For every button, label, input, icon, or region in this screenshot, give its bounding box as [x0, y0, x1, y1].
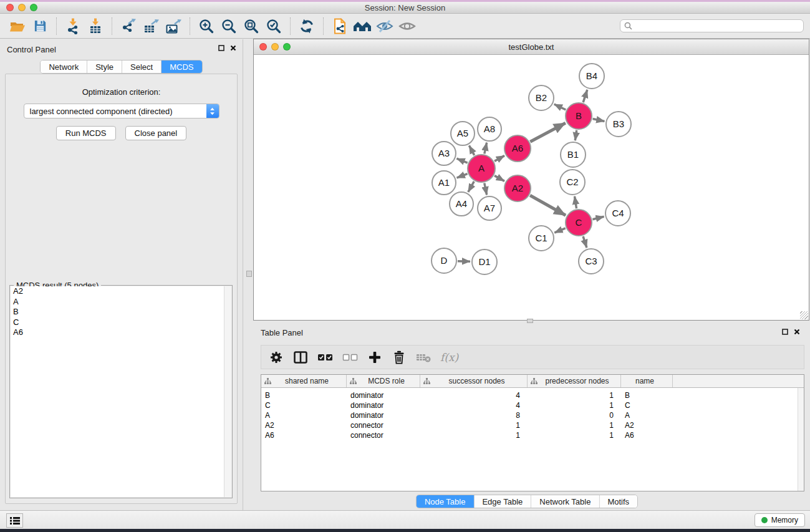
graph-node-C2[interactable]: C2	[560, 170, 585, 195]
graph-edge-A-A6[interactable]	[494, 156, 504, 162]
apply-layout-button[interactable]	[296, 16, 318, 36]
graph-edge-B-B3[interactable]	[593, 119, 605, 122]
open-session-button[interactable]	[6, 16, 29, 36]
float-panel-icon[interactable]	[218, 45, 224, 51]
graph-edge-C-C3[interactable]	[583, 236, 587, 248]
show-columns-button[interactable]	[293, 349, 308, 365]
graph-edge-A-A1[interactable]	[457, 174, 468, 178]
graph-edge-A6-B[interactable]	[530, 123, 565, 142]
delete-columns-button[interactable]	[392, 349, 407, 365]
graph-edge-A-A2[interactable]	[494, 176, 504, 181]
search-field[interactable]	[620, 19, 804, 32]
tab-motifs[interactable]: Motifs	[599, 495, 637, 508]
network-from-file-button[interactable]	[329, 16, 351, 36]
mcds-result-item[interactable]: A	[11, 297, 231, 307]
optimization-criterion-select[interactable]: largest connected component (directed)	[24, 104, 219, 118]
zoom-out-button[interactable]	[218, 16, 240, 36]
show-all-button[interactable]	[396, 16, 418, 36]
mcds-result-item[interactable]: A6	[11, 327, 231, 338]
graph-edge-A-A3[interactable]	[456, 158, 467, 163]
graph-node-A8[interactable]: A8	[478, 117, 501, 141]
graph-node-B1[interactable]: B1	[561, 142, 586, 167]
export-table-button[interactable]	[140, 16, 162, 36]
graph-node-B3[interactable]: B3	[606, 112, 631, 137]
graph-node-A6[interactable]: A6	[504, 135, 531, 162]
graph-edge-A-A8[interactable]	[485, 143, 487, 154]
hide-selected-button[interactable]	[374, 16, 396, 36]
graph-node-D[interactable]: D	[432, 248, 456, 273]
tab-mcds[interactable]: MCDS	[162, 60, 201, 73]
graph-edge-C-C2[interactable]	[574, 196, 576, 209]
create-column-button[interactable]	[367, 349, 382, 365]
graph-node-C[interactable]: C	[566, 210, 592, 236]
mcds-result-item[interactable]: A2	[11, 286, 231, 297]
graph-node-B2[interactable]: B2	[529, 85, 554, 110]
graph-edge-C-C4[interactable]	[592, 216, 604, 219]
close-table-panel-icon[interactable]	[794, 329, 800, 335]
result-list-scrollbar[interactable]	[224, 286, 231, 497]
graph-edge-D-D1[interactable]	[458, 261, 470, 262]
tab-node-table[interactable]: Node Table	[417, 495, 475, 508]
window-resize-grip[interactable]	[800, 311, 808, 319]
delete-table-button[interactable]	[416, 349, 431, 365]
mcds-result-item[interactable]: B	[11, 307, 231, 317]
graph-edge-B-B1[interactable]	[575, 130, 576, 140]
table-row[interactable]: A6connector11A6	[261, 430, 804, 440]
column-header-predecessor-nodes[interactable]: predecessor nodes	[528, 375, 621, 387]
table-row[interactable]: Bdominator41B	[261, 390, 804, 400]
network-canvas[interactable]: B4B2BB3A5A8A6A3B1AA1C2A2A4A7CC4C1C3DD1	[254, 56, 809, 320]
run-mcds-button[interactable]: Run MCDS	[56, 126, 116, 140]
close-panel-icon[interactable]	[230, 45, 236, 51]
tab-network-table[interactable]: Network Table	[531, 495, 599, 508]
mcds-result-list[interactable]: A2ABCA6	[11, 286, 231, 497]
graph-edge-A-A4[interactable]	[468, 181, 474, 192]
search-input[interactable]	[635, 22, 799, 31]
import-table-button[interactable]	[84, 16, 107, 36]
table-row[interactable]: A2connector11A2	[261, 420, 804, 430]
zoom-selected-button[interactable]	[263, 16, 285, 36]
zoom-in-button[interactable]	[195, 16, 218, 36]
float-table-panel-icon[interactable]	[782, 329, 788, 335]
graph-node-A4[interactable]: A4	[450, 192, 473, 216]
table-row[interactable]: Cdominator41C	[261, 400, 804, 410]
horizontal-splitter-handle[interactable]	[527, 319, 533, 323]
graph-edge-A-A7[interactable]	[485, 183, 487, 195]
column-header-mcds-role[interactable]: MCDS role	[347, 375, 420, 387]
table-scrollbar[interactable]	[798, 388, 804, 491]
column-header-name[interactable]: name	[621, 375, 673, 387]
graph-node-A5[interactable]: A5	[451, 122, 475, 145]
function-builder-button[interactable]: f(x)	[440, 349, 458, 365]
save-session-button[interactable]	[29, 16, 51, 36]
close-panel-button[interactable]: Close panel	[125, 126, 187, 140]
zoom-fit-button[interactable]	[240, 16, 263, 36]
first-neighbors-button[interactable]	[351, 16, 374, 36]
tab-select[interactable]: Select	[122, 60, 162, 73]
graph-node-C4[interactable]: C4	[605, 201, 630, 226]
graph-node-A7[interactable]: A7	[478, 196, 501, 220]
column-header-successor-nodes[interactable]: successor nodes	[420, 375, 528, 387]
graph-node-A1[interactable]: A1	[432, 171, 456, 195]
deselect-all-columns-button[interactable]	[342, 349, 358, 365]
graph-node-A3[interactable]: A3	[432, 142, 456, 165]
tab-style[interactable]: Style	[87, 60, 122, 73]
graph-node-A2[interactable]: A2	[504, 175, 531, 201]
graph-edge-A2-C[interactable]	[530, 195, 566, 215]
graph-edge-B-B2[interactable]	[554, 104, 566, 110]
graph-node-B[interactable]: B	[566, 103, 592, 129]
select-all-columns-button[interactable]	[317, 349, 333, 365]
mcds-result-item[interactable]: C	[11, 317, 231, 328]
export-network-button[interactable]	[117, 16, 140, 36]
tab-network[interactable]: Network	[41, 60, 87, 73]
graph-node-B4[interactable]: B4	[579, 64, 604, 89]
export-image-button[interactable]	[162, 16, 185, 36]
tab-edge-table[interactable]: Edge Table	[474, 495, 531, 508]
table-row[interactable]: Adominator80A	[261, 410, 804, 420]
graph-node-C3[interactable]: C3	[579, 249, 604, 274]
graph-node-C1[interactable]: C1	[529, 226, 554, 251]
show-task-history-button[interactable]	[6, 513, 23, 528]
graph-edge-A-A5[interactable]	[469, 145, 474, 155]
graph-edge-B-B4[interactable]	[583, 90, 587, 102]
graph-node-A[interactable]: A	[468, 155, 495, 182]
graph-node-D1[interactable]: D1	[472, 249, 497, 274]
graph-edge-C-C1[interactable]	[554, 228, 566, 233]
